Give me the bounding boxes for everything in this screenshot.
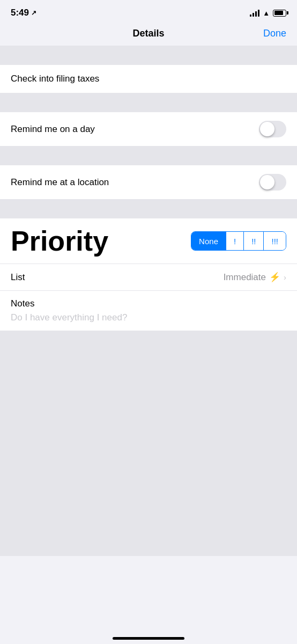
signal-bar-2	[253, 13, 254, 17]
list-emoji: ⚡	[269, 272, 280, 283]
status-time: 5:49 ↗	[11, 8, 36, 18]
notes-placeholder: Do I have everything I need?	[11, 312, 286, 323]
remind-day-row: Remind me on a day	[11, 112, 286, 146]
remind-location-label: Remind me at a location	[11, 177, 109, 188]
status-bar: 5:49 ↗ ▲	[0, 0, 297, 23]
list-value-text: Immediate	[224, 272, 266, 283]
section-gap-2	[0, 93, 297, 112]
remind-day-section: Remind me on a day	[0, 112, 297, 146]
bottom-empty-area	[0, 331, 297, 556]
location-arrow-icon: ↗	[31, 9, 36, 17]
toggle-knob-2	[260, 175, 274, 189]
priority-section: Priority None ! !! !!!	[0, 218, 297, 264]
section-gap-1	[0, 46, 297, 65]
remind-day-toggle[interactable]	[259, 121, 286, 137]
priority-row: Priority None ! !! !!!	[11, 227, 286, 255]
nav-title: Details	[132, 28, 164, 39]
section-gap-4	[0, 199, 297, 218]
list-value: Immediate ⚡ ›	[224, 272, 286, 283]
task-name-section: Check into filing taxes	[0, 65, 297, 93]
priority-high-button[interactable]: !!!	[264, 232, 286, 250]
wifi-icon: ▲	[263, 9, 270, 17]
task-name-text: Check into filing taxes	[11, 74, 99, 84]
priority-low-button[interactable]: !	[226, 232, 244, 250]
priority-label: Priority	[11, 227, 108, 255]
done-button[interactable]: Done	[263, 28, 286, 39]
nav-bar: Details Done	[0, 23, 297, 46]
chevron-right-icon: ›	[284, 273, 286, 282]
section-gap-3	[0, 146, 297, 165]
remind-location-row: Remind me at a location	[11, 165, 286, 199]
home-indicator	[113, 637, 184, 640]
signal-bar-3	[255, 11, 257, 17]
priority-selector: None ! !! !!!	[191, 231, 286, 251]
remind-day-label: Remind me on a day	[11, 124, 95, 135]
list-row[interactable]: List Immediate ⚡ ›	[0, 264, 297, 290]
notes-label: Notes	[11, 298, 286, 309]
signal-bar-1	[250, 14, 251, 17]
time-text: 5:49	[11, 8, 29, 18]
remind-location-toggle[interactable]	[259, 174, 286, 191]
remind-location-section: Remind me at a location	[0, 165, 297, 199]
list-label: List	[11, 272, 25, 283]
battery-icon	[273, 10, 286, 17]
signal-icon	[250, 9, 259, 17]
battery-fill	[274, 11, 283, 15]
notes-section[interactable]: Notes Do I have everything I need?	[0, 290, 297, 331]
toggle-knob	[260, 122, 274, 136]
signal-bar-4	[258, 10, 259, 17]
priority-none-button[interactable]: None	[191, 232, 226, 250]
status-icons: ▲	[250, 9, 286, 17]
priority-medium-button[interactable]: !!	[244, 232, 264, 250]
